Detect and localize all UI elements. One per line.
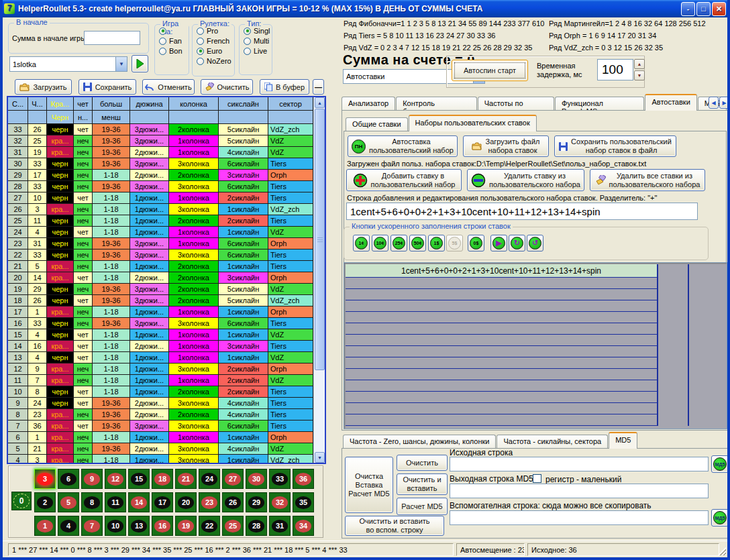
md5-aux-input[interactable] <box>450 510 709 525</box>
table-scrollbar[interactable]: ▲ ▼ <box>313 97 325 463</box>
slot-combo[interactable]: 1slotka ▼ <box>9 56 127 72</box>
tab-1-контроль-банкролла[interactable]: Контроль банкролла <box>396 97 477 111</box>
column-header[interactable]: Черн <box>47 111 74 124</box>
md5-calc-button[interactable]: Расчет MD5 <box>397 498 448 515</box>
roulette-cell-21[interactable]: 21 <box>175 469 197 489</box>
close-button[interactable]: ✕ <box>712 2 726 16</box>
chip-button-1d[interactable]: 1$ <box>428 235 445 251</box>
roulette-cell-29[interactable]: 29 <box>246 492 267 512</box>
table-row[interactable]: 3033черннеч19-363дюжи...3колонка6сиклайн… <box>8 158 313 170</box>
autospin-start-button[interactable]: Автоспин старт <box>452 60 528 81</box>
bet-list-empty-row[interactable] <box>346 312 657 323</box>
tab-1-частота-сиклайны-сектора[interactable]: Частота - сиклайны, сектора <box>497 435 608 449</box>
tab-0-общие-ставки[interactable]: Общие ставки <box>346 117 408 131</box>
column-header[interactable] <box>130 111 169 124</box>
chip-button-25c[interactable]: 25¢ <box>390 235 407 251</box>
radio-live[interactable]: Live <box>244 47 272 55</box>
md5-calc-source-button[interactable]: МД5 <box>711 455 729 473</box>
chip-button-0d[interactable]: 0$ <box>468 235 484 251</box>
roulette-cell-22[interactable]: 22 <box>199 516 220 536</box>
radio-nozero[interactable]: NoZero <box>197 57 234 65</box>
table-row[interactable]: 3326чернчет19-363дюжи...2колонка5сиклайн… <box>8 124 313 135</box>
md5-out-input[interactable] <box>450 484 709 498</box>
roulette-cell-4[interactable]: 4 <box>58 516 79 536</box>
bet-list-empty-row[interactable] <box>346 346 657 357</box>
scrollbar-thumb[interactable] <box>315 109 325 370</box>
table-row[interactable]: 108чернчет1-181дюжи...2колонка2сиклайнTi… <box>8 386 313 398</box>
load-bet-file-button[interactable]: Загрузить файл набора ставок <box>463 135 549 157</box>
tab-1-наборы-пользовательских-ставок[interactable]: Наборы пользовательских ставок <box>409 115 537 131</box>
column-header[interactable]: больш <box>93 97 130 111</box>
bet-list-empty-row[interactable] <box>346 403 657 414</box>
roulette-cell-2[interactable]: 2 <box>34 492 56 512</box>
roulette-cell-32[interactable]: 32 <box>269 492 291 512</box>
table-row[interactable]: 1633черннеч19-363дюжи...3колонка6сиклайн… <box>8 318 313 329</box>
bet-set-list[interactable]: 1cent+5+6+0+0+2+1+3+10cent+10+11+12+13+1… <box>344 262 727 429</box>
roulette-cell-8[interactable]: 8 <box>81 492 103 512</box>
column-header[interactable]: дюжина <box>130 97 169 111</box>
table-row[interactable]: 154чернчет1-181дюжи...1колонка1сиклайнVd… <box>8 329 313 341</box>
roulette-cell-11[interactable]: 11 <box>105 492 126 512</box>
table-row[interactable]: 244чернчет1-181дюжи...1колонка1сиклайнVd… <box>8 227 313 238</box>
table-row[interactable]: 1826чернчет19-363дюжи...2колонка5сиклайн… <box>8 295 313 306</box>
radio-french[interactable]: French <box>197 37 234 45</box>
roulette-cell-20[interactable]: 20 <box>175 492 197 512</box>
radio-multi[interactable]: Multi <box>244 37 272 45</box>
table-row[interactable]: 171кра...неч1-181дюжи...1колонка1сиклайн… <box>8 306 313 318</box>
table-row[interactable]: 263кра...неч1-181дюжи...3колонка1сиклайн… <box>8 204 313 215</box>
column-header[interactable]: чет <box>74 97 93 111</box>
bet-list-empty-row[interactable] <box>346 323 657 335</box>
column-header[interactable]: сикслайн <box>219 97 268 111</box>
tab-0-анализатор[interactable]: Анализатор <box>342 97 395 111</box>
column-header[interactable]: С... <box>8 97 28 111</box>
save-button[interactable]: Сохранить <box>79 79 136 95</box>
tab-3-функционал-psevdoms[interactable]: Функционал PsevdoMS <box>555 97 644 111</box>
table-row[interactable]: 2331черннеч19-363дюжи...1колонка6сиклайн… <box>8 238 313 249</box>
md5-clear-paste-button[interactable]: Очистить и вставить <box>397 473 448 495</box>
maximize-button[interactable]: □ <box>696 2 711 16</box>
bet-list-empty-row[interactable] <box>346 380 657 392</box>
radio-singl[interactable]: Singl <box>244 27 272 35</box>
table-row[interactable]: 1416кра...чет1-182дюжи...1колонка3сиклай… <box>8 341 313 352</box>
spin-down-icon[interactable]: ▼ <box>634 70 645 80</box>
chip-button-10c[interactable]: 10¢ <box>372 235 388 251</box>
column-header[interactable] <box>268 111 313 124</box>
copy-to-buffer-button[interactable]: В буфер <box>260 79 309 95</box>
roulette-cell-13[interactable]: 13 <box>128 516 150 536</box>
bet-list-empty-row[interactable] <box>346 335 657 346</box>
roulette-cell-1[interactable]: 1 <box>34 516 56 536</box>
table-row[interactable]: 61кра...неч1-181дюжи...1колонка1сиклайнO… <box>8 432 313 443</box>
column-header[interactable] <box>8 111 28 124</box>
table-row[interactable]: 823кра...неч19-362дюжи...2колонка4сиклай… <box>8 409 313 421</box>
scroll-down-icon[interactable]: ▼ <box>315 452 325 463</box>
md5-calc-aux-button[interactable]: МД5 <box>711 509 729 526</box>
roulette-cell-19[interactable]: 19 <box>175 516 197 536</box>
table-row[interactable]: 736кра...чет19-363дюжи...3колонка6сиклай… <box>8 421 313 432</box>
bet-list-empty-row[interactable] <box>346 278 657 289</box>
undo-chip-button[interactable]: ↺ <box>527 235 543 251</box>
table-row[interactable]: 134чернчет1-181дюжи...1колонка1сиклайнVd… <box>8 352 313 363</box>
roulette-cell-15[interactable]: 15 <box>128 469 150 489</box>
bet-list-header-row[interactable]: 1cent+5+6+0+0+2+1+3+10cent+10+11+12+13+1… <box>346 264 657 278</box>
table-row[interactable]: 1929черннеч19-363дюжи...2колонка5сиклайн… <box>8 284 313 295</box>
roulette-cell-12[interactable]: 12 <box>105 469 126 489</box>
roulette-cell-9[interactable]: 9 <box>81 469 103 489</box>
roulette-cell-3[interactable]: 3 <box>34 469 56 489</box>
column-header[interactable]: Кра... <box>47 97 74 111</box>
roulette-cell-35[interactable]: 35 <box>293 492 314 512</box>
table-row[interactable]: 924чернчет19-362дюжи...3колонка4сиклайнT… <box>8 398 313 409</box>
start-sum-input[interactable] <box>84 31 140 45</box>
table-row[interactable]: 129кра...неч1-181дюжи...3колонка2сиклайн… <box>8 363 313 375</box>
repeat-chip-button[interactable]: ↻ <box>509 235 525 251</box>
roulette-cell-10[interactable]: 10 <box>105 516 126 536</box>
column-header[interactable]: Ч... <box>28 97 47 111</box>
md5-source-input[interactable] <box>450 457 709 471</box>
scroll-up-icon[interactable]: ▲ <box>315 97 325 108</box>
tab-scroll-left-icon[interactable]: ◀ <box>709 97 719 109</box>
column-header[interactable] <box>169 111 219 124</box>
roulette-cell-7[interactable]: 7 <box>81 516 103 536</box>
table-row[interactable]: 2710чернчет1-181дюжи...1колонка2сиклайнT… <box>8 192 313 204</box>
case-checkbox[interactable] <box>533 474 541 483</box>
table-row[interactable]: 2014кра...чет1-182дюжи...2колонка3сиклай… <box>8 272 313 284</box>
chip-button-1c[interactable]: 1¢ <box>353 235 370 251</box>
